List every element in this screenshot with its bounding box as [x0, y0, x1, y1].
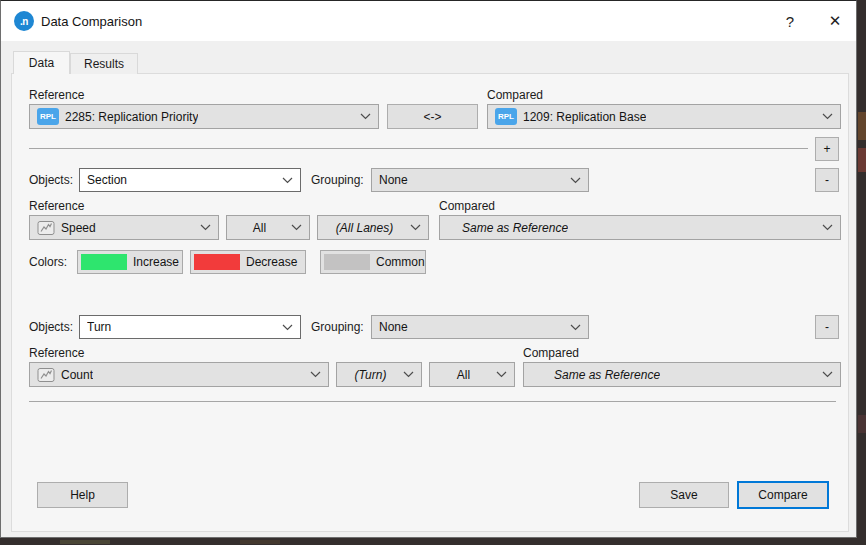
app-logo-icon: .n	[14, 11, 34, 31]
chevron-down-icon	[291, 224, 302, 231]
grouping-value: None	[379, 173, 408, 187]
time-series-icon	[37, 220, 55, 236]
tab-data[interactable]: Data	[13, 51, 70, 74]
help-button[interactable]: Help	[37, 482, 128, 508]
chevron-down-icon	[282, 324, 293, 331]
common-color-button[interactable]: Common	[320, 250, 426, 274]
objects-value: Section	[87, 173, 127, 187]
save-button[interactable]: Save	[639, 482, 729, 508]
common-label: Common	[376, 255, 425, 269]
chevron-down-icon	[410, 224, 421, 231]
compared-dataset-dropdown[interactable]: RPL 1209: Replication Base	[487, 104, 841, 129]
compared-dataset-value: 1209: Replication Base	[523, 110, 646, 124]
chevron-down-icon	[360, 113, 371, 120]
chevron-down-icon	[496, 371, 507, 378]
data-comparison-dialog: .n Data Comparison ? ✕ Data Results Refe…	[0, 0, 857, 538]
increase-label: Increase	[133, 255, 179, 269]
objects-value: Turn	[87, 320, 111, 334]
screen: .n Data Comparison ? ✕ Data Results Refe…	[0, 0, 866, 545]
decrease-label: Decrease	[246, 255, 297, 269]
background-artifact	[858, 112, 866, 140]
variable-value: Speed	[61, 221, 96, 235]
objects-dropdown-section[interactable]: Section	[79, 168, 301, 192]
compared-label: Compared	[487, 88, 543, 102]
help-caption-button[interactable]: ?	[773, 7, 807, 35]
aggregation-value: All	[234, 221, 285, 235]
chevron-down-icon	[822, 113, 833, 120]
lanes-dropdown[interactable]: (All Lanes)	[317, 215, 429, 240]
aggregation-dropdown[interactable]: All	[226, 215, 310, 240]
lanes-value: (All Lanes)	[325, 221, 404, 235]
window-title: Data Comparison	[41, 1, 142, 41]
objects-dropdown-turn[interactable]: Turn	[79, 315, 301, 339]
close-button[interactable]: ✕	[817, 7, 853, 35]
objects-label: Objects:	[29, 173, 73, 187]
objects-label: Objects:	[29, 320, 73, 334]
variable-dropdown[interactable]: Count	[29, 362, 329, 387]
compared-variable-dropdown[interactable]: Same as Reference	[523, 362, 841, 387]
reference-dataset-dropdown[interactable]: RPL 2285: Replication Priority	[29, 104, 379, 129]
compare-button[interactable]: Compare	[737, 481, 829, 509]
background-artifact	[858, 415, 866, 433]
increase-color-button[interactable]: Increase	[77, 250, 183, 274]
compared-label: Compared	[439, 199, 495, 213]
increase-color-swatch	[81, 254, 127, 270]
chevron-down-icon	[570, 177, 581, 184]
compared-variable-dropdown[interactable]: Same as Reference	[439, 215, 841, 240]
replication-badge-icon: RPL	[495, 108, 517, 125]
tab-results[interactable]: Results	[70, 53, 138, 74]
reference-label: Reference	[29, 199, 84, 213]
reference-label: Reference	[29, 88, 84, 102]
remove-section-button[interactable]: -	[815, 315, 839, 339]
decrease-color-swatch	[194, 254, 240, 270]
common-color-swatch	[324, 254, 370, 270]
reference-label: Reference	[29, 346, 84, 360]
aggregation-value: All	[437, 368, 490, 382]
variable-value: Count	[61, 368, 93, 382]
chevron-down-icon	[822, 371, 833, 378]
aggregation-dropdown[interactable]: All	[429, 362, 515, 387]
remove-section-button[interactable]: -	[815, 168, 839, 192]
grouping-dropdown[interactable]: None	[371, 315, 589, 339]
grouping-value: None	[379, 320, 408, 334]
chevron-down-icon	[403, 371, 414, 378]
chevron-down-icon	[822, 224, 833, 231]
chevron-down-icon	[282, 177, 293, 184]
reference-dataset-value: 2285: Replication Priority	[65, 110, 198, 124]
tab-page	[11, 73, 849, 532]
turn-value: (Turn)	[344, 368, 397, 382]
separator	[29, 401, 836, 402]
compared-label: Compared	[523, 346, 579, 360]
replication-badge-icon: RPL	[37, 108, 59, 125]
chevron-down-icon	[200, 224, 211, 231]
grouping-dropdown[interactable]: None	[371, 168, 589, 192]
time-series-icon	[37, 367, 55, 383]
variable-dropdown[interactable]: Speed	[29, 215, 219, 240]
grouping-label: Grouping:	[311, 320, 364, 334]
colors-label: Colors:	[29, 255, 67, 269]
compared-variable-value: Same as Reference	[462, 221, 568, 235]
background-artifact	[60, 540, 110, 544]
turn-dropdown[interactable]: (Turn)	[336, 362, 422, 387]
add-section-button[interactable]: +	[815, 137, 839, 161]
background-artifact	[240, 540, 280, 544]
grouping-label: Grouping:	[311, 173, 364, 187]
compared-variable-value: Same as Reference	[554, 368, 660, 382]
background-artifact	[858, 148, 866, 172]
separator	[29, 148, 808, 149]
chevron-down-icon	[570, 324, 581, 331]
title-bar: .n Data Comparison ? ✕	[1, 1, 856, 41]
swap-datasets-button[interactable]: <->	[387, 104, 478, 129]
chevron-down-icon	[310, 371, 321, 378]
decrease-color-button[interactable]: Decrease	[190, 250, 306, 274]
